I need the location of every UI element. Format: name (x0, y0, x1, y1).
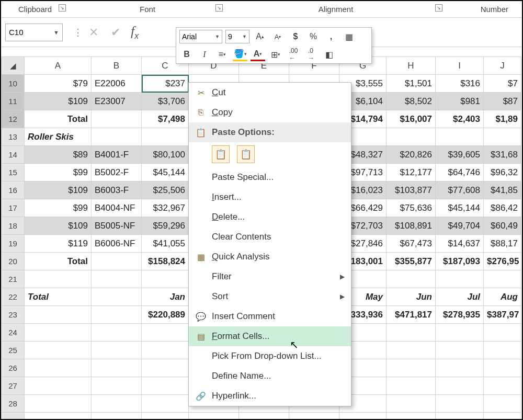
fill-color-icon[interactable]: 🪣▾ (233, 48, 247, 61)
menu-cut[interactable]: ✂Cut (189, 83, 351, 103)
italic-icon[interactable]: I (197, 48, 212, 61)
cell[interactable]: $119 (25, 235, 92, 253)
cell[interactable]: B4001-F (92, 146, 142, 164)
col-header[interactable]: H (386, 57, 436, 75)
cell[interactable] (142, 342, 189, 359)
font-launcher-icon[interactable]: ↘ (215, 4, 223, 12)
cell[interactable] (92, 270, 142, 288)
cell[interactable] (25, 359, 92, 377)
cell[interactable]: $45,144 (436, 199, 484, 217)
cell[interactable]: E22006 (92, 75, 142, 93)
row-header[interactable]: 24 (2, 324, 25, 342)
menu-copy[interactable]: ⎘Copy (189, 103, 351, 122)
cell[interactable] (484, 377, 521, 395)
cell[interactable] (484, 342, 521, 359)
cell[interactable]: $80,100 (142, 146, 189, 164)
fx-icon[interactable]: fx (131, 24, 139, 41)
cell[interactable]: $12,177 (386, 164, 436, 181)
menu-quick-analysis[interactable]: ▦Quick Analysis (189, 247, 351, 267)
cell[interactable] (142, 395, 189, 413)
cell[interactable] (25, 395, 92, 413)
cell[interactable] (484, 270, 521, 288)
cell[interactable] (239, 413, 289, 419)
cell[interactable]: $981 (436, 93, 484, 110)
row-header[interactable]: 22 (2, 288, 25, 306)
cell[interactable]: $39,605 (436, 146, 484, 164)
cell[interactable]: B5002-F (92, 164, 142, 181)
cell[interactable] (142, 359, 189, 377)
menu-insert[interactable]: Insert... (189, 187, 351, 207)
cell[interactable] (386, 395, 436, 413)
cell[interactable]: $60,49 (484, 217, 521, 235)
cell[interactable] (436, 377, 484, 395)
row-header[interactable]: 29 (2, 413, 25, 419)
cell[interactable] (92, 253, 142, 270)
format-painter-icon[interactable]: ▦ (342, 30, 356, 43)
cell[interactable]: $158,824 (142, 253, 189, 270)
cell[interactable] (386, 413, 436, 419)
cell[interactable]: $77,608 (436, 181, 484, 199)
cell[interactable]: $32,967 (142, 199, 189, 217)
cell[interactable] (386, 324, 436, 342)
row-header[interactable]: 18 (2, 217, 25, 235)
cell[interactable] (386, 359, 436, 377)
cell[interactable]: $1,501 (386, 75, 436, 93)
cell[interactable]: $88,17 (484, 235, 521, 253)
menu-hyperlink[interactable]: 🔗Hyperlink... (189, 386, 351, 406)
row-header[interactable]: 11 (2, 93, 25, 110)
cell[interactable] (92, 413, 142, 419)
cell[interactable] (484, 395, 521, 413)
cell[interactable]: $67,473 (386, 235, 436, 253)
cell[interactable]: $109 (25, 181, 92, 199)
cell[interactable]: Jul (436, 288, 484, 306)
menu-pick-from-list[interactable]: Pick From Drop-down List... (189, 346, 351, 366)
accounting-format-icon[interactable]: $ (288, 30, 303, 43)
cell[interactable]: $64,746 (436, 164, 484, 181)
cell[interactable]: $59,296 (142, 217, 189, 235)
cell[interactable]: $355,877 (386, 253, 436, 270)
decrease-font-icon[interactable]: A▾ (270, 30, 285, 43)
cell[interactable] (484, 359, 521, 377)
cell[interactable] (436, 395, 484, 413)
row-header[interactable]: 15 (2, 164, 25, 181)
cell[interactable] (142, 413, 189, 419)
clear-format-icon[interactable]: ◧ (322, 48, 336, 61)
increase-font-icon[interactable]: A▴ (253, 30, 267, 43)
col-header[interactable]: J (484, 57, 521, 75)
cell[interactable]: B5005-NF (92, 217, 142, 235)
cell[interactable]: $109 (25, 217, 92, 235)
cell[interactable]: $109 (25, 93, 92, 110)
menu-sort[interactable]: Sort▶ (189, 287, 351, 307)
alignment-launcher-icon[interactable]: ↘ (435, 4, 442, 12)
cell[interactable]: $387,97 (484, 306, 521, 324)
cell[interactable] (92, 324, 142, 342)
cell[interactable]: $79 (25, 75, 92, 93)
row-header[interactable]: 17 (2, 199, 25, 217)
cell[interactable]: $20,826 (386, 146, 436, 164)
cell[interactable]: $103,877 (386, 181, 436, 199)
row-header[interactable]: 16 (2, 181, 25, 199)
cell[interactable] (92, 342, 142, 359)
cell[interactable] (436, 128, 484, 146)
cell[interactable]: $96,32 (484, 164, 521, 181)
menu-paste-special[interactable]: Paste Special... (189, 167, 351, 187)
cell[interactable]: $7 (484, 75, 521, 93)
cell[interactable]: $237 (142, 75, 189, 93)
cell[interactable] (25, 342, 92, 359)
cell[interactable] (25, 377, 92, 395)
cell[interactable]: $2,403 (436, 110, 484, 128)
clipboard-launcher-icon[interactable]: ↘ (59, 4, 66, 12)
cell[interactable]: $49,704 (436, 217, 484, 235)
cell[interactable] (484, 324, 521, 342)
cell[interactable]: $8,502 (386, 93, 436, 110)
chevron-down-icon[interactable]: ▼ (215, 34, 220, 39)
cell[interactable]: $14,637 (436, 235, 484, 253)
cell[interactable]: $1,89 (484, 110, 521, 128)
row-header[interactable]: 27 (2, 377, 25, 395)
align-icon[interactable]: ≡▾ (215, 48, 230, 61)
cell[interactable] (142, 324, 189, 342)
cell[interactable] (386, 270, 436, 288)
cell[interactable] (339, 413, 386, 419)
paste-option-paste-icon[interactable]: 📋 (212, 145, 230, 163)
font-color-icon[interactable]: A▾ (251, 48, 265, 61)
